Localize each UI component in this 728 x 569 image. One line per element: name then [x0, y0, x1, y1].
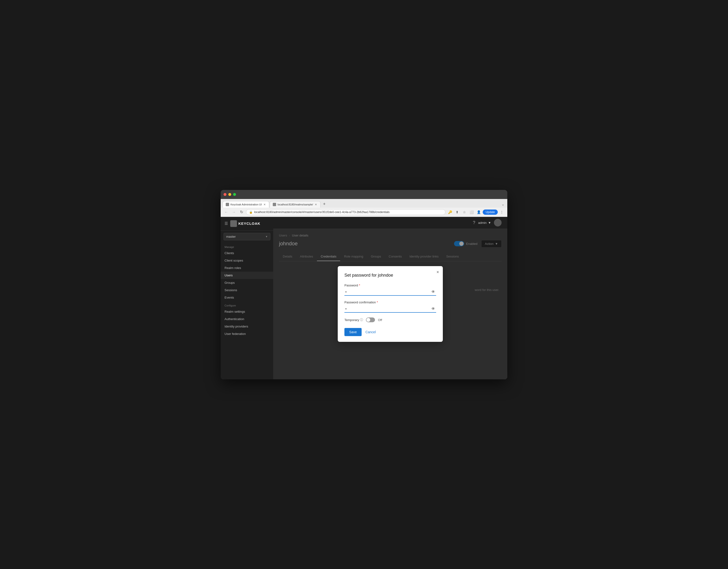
- tab-favicon-keycloak: [226, 203, 229, 206]
- user-dropdown-arrow: ▼: [488, 221, 491, 225]
- password-confirm-required: *: [377, 301, 378, 304]
- tab-title-localhost: localhost:8180/realms/sample/: [278, 203, 313, 206]
- tab-close-localhost[interactable]: ×: [315, 203, 317, 206]
- mac-window: Keycloak Administration UI × localhost:8…: [221, 190, 507, 379]
- password-confirm-input-row: 👁: [344, 306, 436, 313]
- close-window-button[interactable]: [224, 193, 226, 196]
- password-confirm-form-group: Password confirmation * 👁: [344, 301, 436, 313]
- sidebar-item-authentication[interactable]: Authentication: [221, 315, 273, 323]
- minimize-window-button[interactable]: [228, 193, 231, 196]
- address-field[interactable]: 🔒 localhost:8180/admin/master/console/#/…: [246, 209, 445, 215]
- modal-overlay: Set password for johndoe × Password * 👁: [273, 229, 507, 379]
- hamburger-icon[interactable]: ☰: [225, 221, 228, 226]
- tab-favicon-localhost: [273, 203, 276, 206]
- address-bar-row: ← → ↻ 🔒 localhost:8180/admin/master/cons…: [221, 208, 507, 217]
- modal-close-button[interactable]: ×: [436, 270, 439, 274]
- set-password-modal: Set password for johndoe × Password * 👁: [338, 266, 443, 342]
- lock-icon: 🔒: [249, 210, 253, 214]
- sidebar-toggle-icon[interactable]: ⬜: [468, 209, 475, 215]
- user-avatar[interactable]: [494, 219, 502, 226]
- page-container: Users › User details johndoe Enabled Act…: [273, 229, 507, 379]
- realm-selector[interactable]: master ▼: [224, 233, 270, 240]
- reload-button[interactable]: ↻: [238, 209, 245, 215]
- password-confirmation-label: Password confirmation *: [344, 301, 436, 304]
- new-tab-button[interactable]: +: [321, 201, 328, 208]
- sidebar-item-client-scopes[interactable]: Client scopes: [221, 257, 273, 264]
- back-button[interactable]: ←: [223, 209, 229, 215]
- temporary-info-icon[interactable]: ⓘ: [360, 318, 363, 322]
- update-button[interactable]: Update: [483, 209, 498, 215]
- tab-expand-button[interactable]: ⌄: [501, 201, 505, 207]
- top-nav: ? admin ▼: [273, 217, 507, 229]
- password-label: Password *: [344, 284, 436, 287]
- help-icon[interactable]: ?: [473, 220, 475, 225]
- key-icon[interactable]: 🔑: [447, 209, 453, 215]
- password-input[interactable]: [344, 289, 430, 295]
- sidebar-item-events[interactable]: Events: [221, 294, 273, 301]
- password-confirmation-input[interactable]: [344, 306, 430, 312]
- sidebar-item-sessions[interactable]: Sessions: [221, 286, 273, 294]
- tab-close-keycloak[interactable]: ×: [263, 203, 266, 206]
- password-input-row: 👁: [344, 289, 436, 296]
- sidebar-header: ☰ KEYCLOAK: [221, 217, 273, 231]
- profile-icon[interactable]: 👤: [476, 209, 482, 215]
- realm-dropdown-arrow: ▼: [265, 235, 268, 238]
- modal-actions: Save Cancel: [344, 328, 436, 336]
- browser-actions: 🔑 ⬆ ☆ ⬜ 👤 Update ⋮: [447, 209, 505, 215]
- tab-title-keycloak: Keycloak Administration UI: [230, 203, 262, 206]
- password-confirm-visibility-toggle[interactable]: 👁: [430, 306, 436, 312]
- sidebar-item-groups[interactable]: Groups: [221, 279, 273, 286]
- sidebar-item-realm-roles[interactable]: Realm roles: [221, 264, 273, 272]
- sidebar-item-realm-settings[interactable]: Realm settings: [221, 308, 273, 315]
- app-content: ☰ KEYCLOAK master ▼ Manage Clients Clien…: [221, 217, 507, 379]
- cancel-button[interactable]: Cancel: [365, 330, 376, 334]
- password-form-group: Password * 👁: [344, 284, 436, 296]
- forward-button[interactable]: →: [231, 209, 237, 215]
- password-required: *: [359, 284, 360, 287]
- password-visibility-toggle[interactable]: 👁: [430, 289, 436, 295]
- fullscreen-window-button[interactable]: [233, 193, 236, 196]
- tabs-bar: Keycloak Administration UI × localhost:8…: [221, 199, 507, 208]
- menu-icon[interactable]: ⋮: [499, 209, 505, 215]
- address-text: localhost:8180/admin/master/console/#/ma…: [254, 210, 442, 214]
- modal-title: Set password for johndoe: [344, 273, 436, 278]
- realm-name: master: [226, 235, 236, 238]
- keycloak-logo: KEYCLOAK: [230, 220, 260, 227]
- browser-chrome: Keycloak Administration UI × localhost:8…: [221, 199, 507, 217]
- temporary-toggle-row: Temporary ⓘ Off: [344, 317, 436, 322]
- main-area: ? admin ▼ Users › User details: [273, 217, 507, 379]
- user-dropdown[interactable]: admin ▼: [478, 221, 491, 225]
- bookmark-icon[interactable]: ☆: [461, 209, 467, 215]
- keycloak-logo-icon: [230, 220, 237, 227]
- share-icon[interactable]: ⬆: [454, 209, 460, 215]
- sidebar-item-users[interactable]: Users: [221, 272, 273, 279]
- temporary-off-label: Off: [378, 318, 382, 322]
- configure-section-label: Configure: [221, 301, 273, 308]
- temporary-label: Temporary ⓘ: [344, 318, 363, 322]
- save-button[interactable]: Save: [344, 328, 362, 336]
- title-bar: [221, 190, 507, 199]
- browser-tab-keycloak[interactable]: Keycloak Administration UI ×: [223, 201, 269, 208]
- temporary-toggle[interactable]: [366, 317, 375, 322]
- sidebar-item-clients[interactable]: Clients: [221, 249, 273, 257]
- admin-username: admin: [478, 221, 487, 225]
- browser-tab-localhost[interactable]: localhost:8180/realms/sample/ ×: [270, 201, 321, 208]
- manage-section-label: Manage: [221, 243, 273, 249]
- keycloak-logo-text: KEYCLOAK: [238, 221, 260, 225]
- top-nav-actions: ? admin ▼: [473, 219, 502, 226]
- sidebar-item-user-federation[interactable]: User federation: [221, 330, 273, 338]
- sidebar: ☰ KEYCLOAK master ▼ Manage Clients Clien…: [221, 217, 273, 379]
- sidebar-item-identity-providers[interactable]: Identity providers: [221, 323, 273, 330]
